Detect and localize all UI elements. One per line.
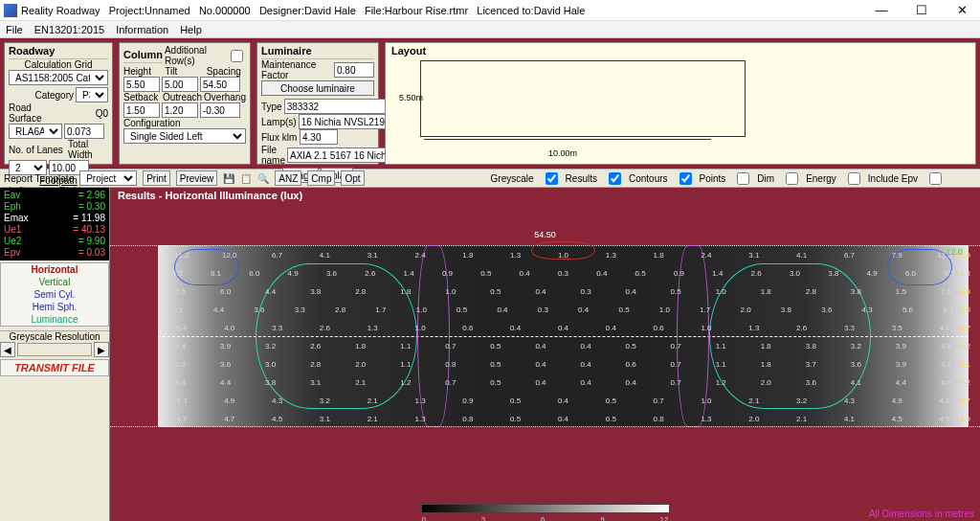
data-label: 0.4 bbox=[520, 268, 530, 277]
mode-horizontal[interactable]: Horizontal bbox=[1, 263, 108, 276]
roadway-title: Roadway bbox=[9, 45, 108, 59]
data-label: 3.6 bbox=[220, 359, 231, 368]
report-template-label: Report Template bbox=[4, 173, 74, 184]
data-label: 6.1 bbox=[943, 305, 953, 313]
road-surface-select[interactable]: RLA6A bbox=[9, 124, 62, 139]
maint-input[interactable] bbox=[334, 62, 374, 78]
chart-area[interactable]: Results - Horizontal Illuminance (lux) 5… bbox=[110, 188, 980, 521]
dim-check[interactable] bbox=[786, 172, 798, 185]
data-label: 4.4 bbox=[220, 377, 231, 386]
scale-tick: 6 bbox=[541, 515, 545, 521]
scale-tick: 3 bbox=[481, 515, 485, 521]
data-label: 0.4 bbox=[596, 268, 607, 277]
calc-grid-select[interactable]: AS1158:2005 Cat P bbox=[9, 70, 108, 85]
transmit-file-button[interactable]: TRANSMIT FILE bbox=[0, 359, 109, 376]
outreach-input[interactable] bbox=[162, 102, 198, 118]
energy-label: Energy bbox=[806, 173, 836, 184]
copy-icon[interactable]: 📋 bbox=[240, 173, 252, 184]
preview-button[interactable]: Preview bbox=[176, 170, 218, 186]
data-label: 1.1 bbox=[716, 341, 726, 350]
data-label: 1.3 bbox=[748, 323, 759, 331]
config-select[interactable]: Single Sided Left bbox=[123, 128, 246, 144]
data-label: 5.4 bbox=[175, 341, 186, 350]
data-label: 4.4 bbox=[213, 305, 224, 313]
data-label: 6.1 bbox=[173, 305, 184, 313]
title-designer: Designer:David Hale bbox=[259, 5, 356, 16]
data-label: 1.0 bbox=[414, 323, 425, 331]
data-label: 2.0 bbox=[761, 377, 771, 386]
maximize-button[interactable]: ☐ bbox=[907, 3, 936, 17]
menu-en13201[interactable]: EN13201:2015 bbox=[34, 24, 104, 35]
data-label: 0.5 bbox=[510, 414, 521, 422]
report-template-select[interactable]: Project bbox=[79, 170, 137, 186]
q0-input[interactable] bbox=[64, 124, 104, 139]
config-label: Configuration bbox=[123, 118, 246, 128]
maint-label: Maintenance Factor bbox=[261, 59, 332, 80]
close-button[interactable]: ✕ bbox=[947, 3, 976, 17]
data-label: 1.8 bbox=[355, 341, 366, 350]
points-check[interactable] bbox=[737, 172, 749, 185]
menu-help[interactable]: Help bbox=[180, 24, 202, 35]
cmp-button[interactable]: Cmp bbox=[307, 170, 335, 186]
data-label: 1.0 bbox=[416, 305, 427, 313]
energy-check[interactable] bbox=[848, 172, 860, 185]
data-label: 1.3 bbox=[414, 414, 425, 422]
contours-check[interactable] bbox=[679, 172, 692, 185]
plot-region: 11.212.06.74.13.12.41.81.31.01.31.82.43.… bbox=[158, 245, 969, 427]
right-tick: 5.7 bbox=[960, 396, 970, 405]
zoom-icon[interactable]: 🔍 bbox=[257, 173, 269, 184]
data-label: 4.7 bbox=[176, 414, 187, 422]
data-label: 2.4 bbox=[414, 250, 425, 259]
scale-bar: 0 3 6 9 12 bbox=[421, 504, 670, 513]
mode-luminance[interactable]: Luminance bbox=[1, 313, 108, 326]
include-epv-label: Include Epv bbox=[868, 173, 918, 184]
data-label: 1.5 bbox=[896, 286, 906, 295]
choose-luminaire-button[interactable]: Choose luminaire bbox=[261, 80, 374, 96]
right-tick: 6.7 bbox=[960, 324, 970, 332]
save-icon[interactable]: 💾 bbox=[223, 173, 234, 184]
menu-information[interactable]: Information bbox=[116, 24, 168, 35]
mode-semi-cyl[interactable]: Semi Cyl. bbox=[1, 288, 108, 301]
overhang-label: Overhang bbox=[204, 92, 246, 102]
gs-right-button[interactable]: ▶ bbox=[94, 342, 109, 357]
data-label: 0.5 bbox=[490, 286, 501, 295]
data-label: 0.4 bbox=[510, 323, 521, 331]
spacing-input[interactable] bbox=[200, 77, 240, 92]
mode-vertical[interactable]: Vertical bbox=[1, 276, 108, 288]
data-label: 1.0 bbox=[701, 396, 711, 404]
include-epv-check[interactable] bbox=[929, 172, 942, 185]
stats-panel: Eav = 2.96 Eph = 0.30 Emax = 11.98 Ue1 =… bbox=[0, 188, 109, 260]
data-label: 3.9 bbox=[220, 341, 231, 350]
overhang-input[interactable] bbox=[200, 102, 240, 118]
data-label: 1.7 bbox=[700, 305, 710, 313]
minimize-button[interactable]: — bbox=[867, 3, 896, 17]
data-label: 1.0 bbox=[659, 305, 670, 313]
opt-button[interactable]: Opt bbox=[341, 170, 364, 186]
tilt-input[interactable] bbox=[162, 77, 198, 92]
menu-file[interactable]: File bbox=[6, 24, 23, 35]
anz-button[interactable]: ANZ bbox=[275, 170, 301, 186]
data-label: 4.5 bbox=[272, 414, 282, 422]
results-check[interactable] bbox=[609, 172, 621, 185]
flux-input[interactable] bbox=[300, 129, 338, 145]
data-label: 1.3 bbox=[510, 250, 521, 259]
data-label: 0.7 bbox=[445, 341, 456, 350]
print-button[interactable]: Print bbox=[143, 170, 170, 186]
data-label: 3.6 bbox=[254, 305, 264, 313]
data-label: 0.4 bbox=[535, 377, 546, 386]
data-label: 5.4 bbox=[175, 377, 186, 386]
outreach-label: Outreach bbox=[163, 92, 202, 102]
data-label: 0.4 bbox=[497, 305, 507, 313]
data-label: 0.5 bbox=[635, 268, 646, 277]
height-input[interactable] bbox=[123, 77, 160, 92]
category-select[interactable]: P3 bbox=[76, 87, 108, 102]
data-label: 3.3 bbox=[272, 323, 282, 331]
add-rows-check[interactable] bbox=[231, 50, 243, 62]
setback-input[interactable] bbox=[123, 102, 160, 118]
greyscale-check[interactable] bbox=[546, 172, 558, 185]
gs-left-button[interactable]: ◀ bbox=[0, 342, 15, 357]
mode-hemi-sph[interactable]: Hemi Sph. bbox=[1, 301, 108, 313]
data-label: 2.6 bbox=[751, 268, 762, 277]
data-label: 4.5 bbox=[940, 414, 950, 422]
title-app: Reality Roadway bbox=[21, 5, 100, 16]
